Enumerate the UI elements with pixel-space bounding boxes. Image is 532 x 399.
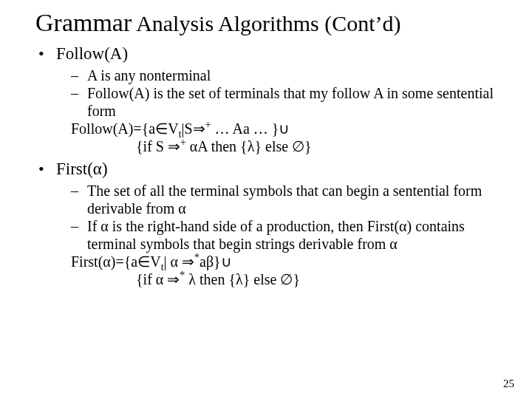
follow-sub-2: Follow(A) is the set of terminals that m…: [71, 84, 497, 120]
follow-formula-2: {if S ⇒+ αA then {λ} else ∅}: [71, 137, 497, 155]
bullet-first-label: First(α): [56, 160, 108, 178]
slide: Grammar Analysis Algorithms (Cont’d) Fol…: [0, 0, 532, 399]
title-word-grammar: Grammar: [35, 9, 132, 36]
bullet-list: Follow(A) A is any nonterminal Follow(A)…: [35, 44, 497, 288]
first-formula-2: {if α ⇒* λ then {λ} else ∅}: [71, 270, 497, 288]
first-sub-1: The set of all the terminal symbols that…: [71, 182, 497, 217]
follow-formula-1: Follow(A)={a∈Vt|S⇒+ … Aa … }∪: [71, 120, 497, 137]
bullet-follow-label: Follow(A): [56, 44, 128, 63]
title-rest: Analysis Algorithms (Cont’d): [132, 11, 400, 35]
follow-formula-2-inner: {if S ⇒+ αA then {λ} else ∅}: [71, 137, 497, 155]
first-formula-2-inner: {if α ⇒* λ then {λ} else ∅}: [71, 270, 497, 288]
bullet-first: First(α) The set of all the terminal sym…: [35, 160, 497, 288]
page-number: 25: [503, 378, 514, 390]
first-sub-2: If α is the right-hand side of a product…: [71, 217, 497, 253]
first-sublist: The set of all the terminal symbols that…: [71, 182, 497, 288]
first-formula-1: First(α)={a∈Vt| α ⇒*aβ}∪: [71, 253, 497, 270]
follow-sublist: A is any nonterminal Follow(A) is the se…: [71, 66, 497, 155]
bullet-follow: Follow(A) A is any nonterminal Follow(A)…: [35, 44, 497, 155]
follow-sub-1: A is any nonterminal: [71, 66, 497, 84]
slide-title: Grammar Analysis Algorithms (Cont’d): [35, 9, 497, 37]
